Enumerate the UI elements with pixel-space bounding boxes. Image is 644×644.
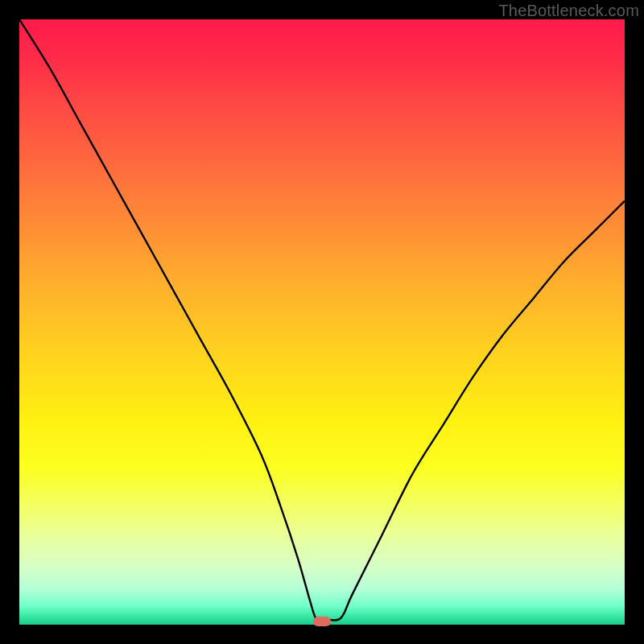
chart-frame bbox=[19, 19, 625, 625]
chart-background-gradient bbox=[19, 19, 625, 625]
optimum-marker bbox=[313, 617, 331, 626]
watermark-text: TheBottleneck.com bbox=[498, 2, 639, 20]
